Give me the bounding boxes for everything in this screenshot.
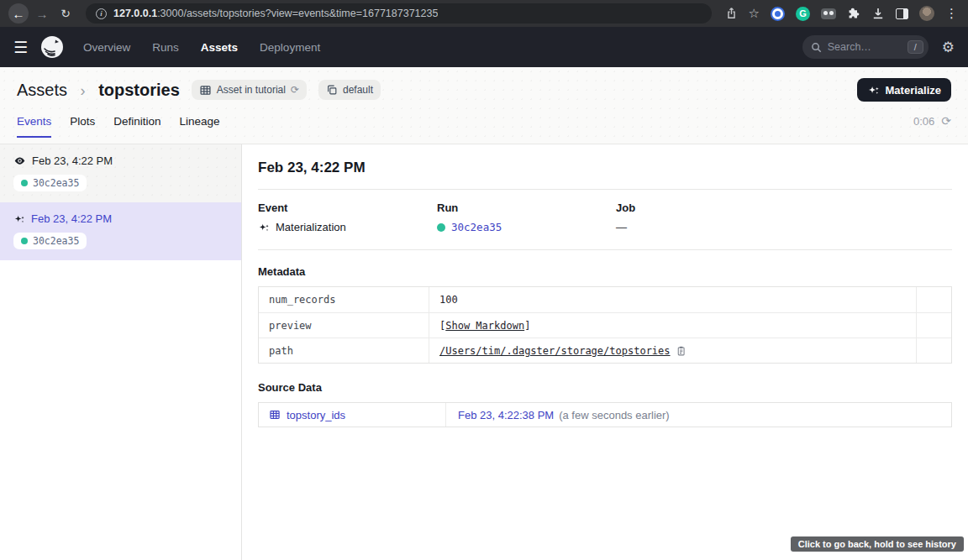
run-tag[interactable]: 30c2ea35 [13, 233, 87, 249]
reload-repo-icon[interactable]: ⟳ [291, 84, 299, 96]
side-panel-icon[interactable] [896, 8, 908, 19]
run-status-dot [437, 223, 445, 232]
tab-lineage[interactable]: Lineage [180, 115, 220, 138]
event-type-value: Materialization [276, 221, 346, 233]
upstream-asset-link[interactable]: topstory_ids [259, 403, 446, 427]
robot-extension-icon[interactable] [821, 8, 836, 19]
metadata-key: num_records [259, 287, 429, 312]
settings-gear-icon[interactable]: ⚙ [942, 39, 955, 56]
run-status-dot [21, 180, 28, 186]
event-time: Feb 23, 4:22 PM [32, 154, 113, 167]
run-id: 30c2ea35 [33, 235, 79, 247]
source-event-note: (a few seconds earlier) [559, 409, 670, 421]
path-link[interactable]: /Users/tim/.dagster/storage/topstories [439, 345, 671, 357]
search-icon [811, 42, 822, 53]
table-icon [269, 409, 281, 421]
run-column-label: Run [437, 201, 616, 214]
tab-events[interactable]: Events [17, 115, 51, 138]
show-markdown-link[interactable]: Show Markdown [445, 320, 524, 332]
asset-tabs: Events Plots Definition Lineage [17, 115, 220, 138]
sparkle-icon [867, 84, 880, 97]
breadcrumb-separator: › [81, 82, 86, 99]
table-row: num_records 100 [259, 287, 951, 312]
run-id: 30c2ea35 [33, 177, 79, 189]
copy-to-clipboard-icon[interactable] [676, 345, 687, 357]
event-list-item-materialization[interactable]: Feb 23, 4:22 PM 30c2ea35 [0, 202, 241, 260]
share-icon[interactable] [725, 7, 738, 20]
job-column-label: Job [616, 201, 795, 214]
table-icon [199, 84, 212, 97]
site-info-icon[interactable]: i [96, 8, 107, 19]
nav-item-assets[interactable]: Assets [201, 41, 238, 54]
browser-back-button[interactable]: ← [8, 3, 29, 24]
bookmark-star-icon[interactable]: ☆ [749, 6, 760, 21]
metadata-value: 100 [439, 294, 458, 306]
nav-links: Overview Runs Assets Deployment [83, 41, 320, 54]
table-row: path /Users/tim/.dagster/storage/topstor… [259, 338, 951, 363]
source-event-time-link[interactable]: Feb 23, 4:22:38 PM [458, 409, 554, 421]
source-data-heading: Source Data [258, 381, 952, 394]
event-detail-title: Feb 23, 4:22 PM [258, 160, 952, 176]
browser-back-tooltip: Click to go back, hold to see history [791, 536, 964, 552]
group-badge-label: default [343, 84, 373, 96]
tab-plots[interactable]: Plots [70, 115, 95, 138]
url-text: 127.0.0.1:3000/assets/topstories?view=ev… [113, 8, 438, 19]
page-title: topstories [98, 81, 180, 99]
nav-item-overview[interactable]: Overview [83, 41, 130, 54]
materialization-sparkle-icon [13, 213, 25, 225]
metadata-heading: Metadata [258, 265, 952, 278]
extensions-puzzle-icon[interactable] [847, 7, 860, 20]
eye-icon [13, 154, 26, 167]
source-data-table: topstory_ids Feb 23, 4:22:38 PM (a few s… [258, 402, 952, 427]
repo-badge[interactable]: Asset in tutorial ⟳ [192, 80, 307, 100]
refresh-icon[interactable]: ⟳ [941, 114, 951, 128]
event-time: Feb 23, 4:22 PM [31, 212, 112, 225]
copy-icon [326, 84, 338, 96]
run-id-link[interactable]: 30c2ea35 [451, 221, 502, 233]
app-window: ← → ↻ i 127.0.0.1:3000/assets/topstories… [0, 0, 968, 560]
timer-value: 0:06 [913, 115, 934, 128]
materialize-button[interactable]: Materialize [857, 78, 951, 102]
address-bar[interactable]: i 127.0.0.1:3000/assets/topstories?view=… [86, 3, 712, 24]
run-tag[interactable]: 30c2ea35 [13, 175, 87, 191]
job-empty-value: — [616, 221, 627, 233]
refresh-timer: 0:06 ⟳ [913, 114, 951, 138]
extension-clock-icon[interactable] [771, 7, 785, 21]
app-navbar: ☰ Overview Runs Assets Deployment [0, 27, 968, 67]
metadata-table: num_records 100 preview [ Show Markdown … [258, 286, 952, 364]
dagster-logo[interactable] [39, 34, 65, 60]
bracket: [ [439, 320, 445, 332]
browser-reload-button[interactable]: ↻ [55, 3, 76, 24]
grammarly-extension-icon[interactable]: G [796, 7, 810, 21]
hamburger-menu-icon[interactable]: ☰ [13, 38, 28, 57]
nav-item-deployment[interactable]: Deployment [260, 41, 320, 54]
event-column-label: Event [258, 201, 437, 214]
event-list-item-observation[interactable]: Feb 23, 4:22 PM 30c2ea35 [0, 144, 241, 202]
browser-menu-icon[interactable]: ⋮ [945, 6, 958, 21]
global-search[interactable]: / [802, 35, 929, 59]
event-list-sidebar: Feb 23, 4:22 PM 30c2ea35 Feb 23, 4:22 PM… [0, 144, 242, 560]
run-status-dot [21, 238, 28, 244]
metadata-key: preview [259, 313, 429, 338]
materialization-sparkle-icon [258, 222, 270, 233]
downloads-icon[interactable] [871, 7, 885, 20]
nav-item-runs[interactable]: Runs [152, 41, 179, 54]
browser-toolbar: ← → ↻ i 127.0.0.1:3000/assets/topstories… [0, 0, 968, 27]
group-badge[interactable]: default [318, 80, 381, 100]
asset-page-header: Assets › topstories Asset in tutorial ⟳ … [0, 67, 968, 144]
table-row: preview [ Show Markdown ] [259, 312, 951, 338]
search-shortcut-key: / [908, 40, 923, 54]
breadcrumb: Assets › topstories [17, 81, 180, 100]
browser-profile-avatar[interactable] [919, 6, 934, 21]
metadata-key: path [259, 338, 429, 363]
bracket: ] [524, 320, 530, 332]
search-input[interactable] [828, 41, 900, 53]
browser-forward-button[interactable]: → [32, 3, 52, 24]
repo-badge-label: Asset in tutorial [217, 84, 286, 96]
table-row: topstory_ids Feb 23, 4:22:38 PM (a few s… [259, 403, 951, 427]
event-detail-panel: Feb 23, 4:22 PM Event Materialization Ru… [242, 144, 968, 560]
breadcrumb-assets-link[interactable]: Assets [17, 81, 67, 99]
tab-definition[interactable]: Definition [113, 115, 160, 138]
